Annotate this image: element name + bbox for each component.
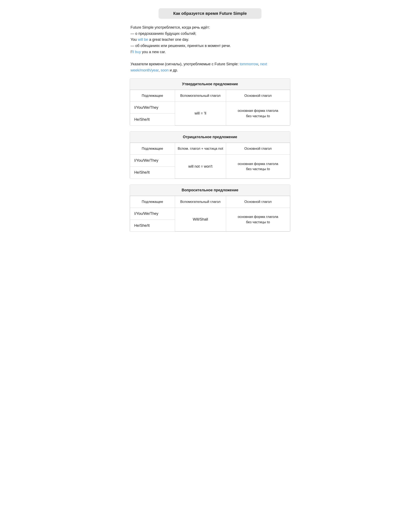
intro-line5-suffix: you a new car. xyxy=(141,50,166,54)
negative-col1: Подлежащее xyxy=(130,143,175,155)
page-title-box: Как образуется время Future Simple xyxy=(159,8,261,19)
intro-h5: soon xyxy=(161,68,169,72)
intro-line2: — о предсказаниях будущих событий; xyxy=(130,32,196,36)
negative-pronoun2: He/She/It xyxy=(130,167,175,178)
interrogative-row1: I/You/We/They Will/Shall основная форма … xyxy=(130,208,290,220)
affirmative-row1: I/You/We/They will = 'll основная форма … xyxy=(130,101,290,113)
affirmative-col1: Подлежащее xyxy=(130,90,175,101)
affirmative-main: основная форма глагола без частицы to xyxy=(226,101,290,125)
affirmative-col2: Вспомогательный глагол xyxy=(175,90,226,101)
interrogative-col1: Подлежащее xyxy=(130,196,175,208)
intro-line6-prefix: Указатели времени (сигналы), употребляем… xyxy=(130,62,240,66)
interrogative-main: основная форма глагола без частицы to xyxy=(226,208,290,231)
intro-line4: — об обещаниях или решениях, принятых в … xyxy=(130,44,231,48)
negative-section: Отрицательное предложение Подлежащее Всп… xyxy=(130,132,290,179)
negative-table: Подлежащее Вспом. глагол + частица not О… xyxy=(130,143,290,178)
negative-main: основная форма глагола без частицы to xyxy=(226,155,290,178)
affirmative-col3: Основной глагол xyxy=(226,90,290,101)
interrogative-section: Вопросительное предложение Подлежащее Вс… xyxy=(130,185,290,232)
intro-text: Future Simple употребляется, когда речь … xyxy=(130,24,290,74)
intro-line1: Future Simple употребляется, когда речь … xyxy=(130,25,210,29)
intro-suffix: и др. xyxy=(169,68,178,72)
negative-pronoun1: I/You/We/They xyxy=(130,155,175,167)
affirmative-pronoun1: I/You/We/They xyxy=(130,101,175,113)
negative-col3: Основной глагол xyxy=(226,143,290,155)
intro-h1: tommorrow xyxy=(240,62,258,66)
intro-line3-highlight: will be xyxy=(138,37,148,42)
interrogative-header: Вопросительное предложение xyxy=(130,185,290,196)
negative-header: Отрицательное предложение xyxy=(130,132,290,143)
affirmative-section: Утвердительное предложение Подлежащее Вс… xyxy=(130,78,290,126)
negative-aux: will not = won't xyxy=(175,155,226,178)
intro-h4: year xyxy=(151,68,159,72)
intro-line3-suffix: a great teacher one day. xyxy=(148,37,189,42)
page-title: Как образуется время Future Simple xyxy=(173,11,247,16)
intro-sep1: , xyxy=(258,62,260,66)
intro-line5-highlight: ll buy xyxy=(132,50,141,54)
interrogative-aux: Will/Shall xyxy=(175,208,226,231)
intro-line3-prefix: You xyxy=(130,37,138,42)
affirmative-header: Утвердительное предложение xyxy=(130,79,290,90)
interrogative-pronoun1: I/You/We/They xyxy=(130,208,175,220)
interrogative-col2: Вспомогательный глагол xyxy=(175,196,226,208)
interrogative-col3: Основной глагол xyxy=(226,196,290,208)
affirmative-aux: will = 'll xyxy=(175,101,226,125)
affirmative-table: Подлежащее Вспомогательный глагол Основн… xyxy=(130,90,290,126)
intro-sep4: , xyxy=(159,68,161,72)
negative-row1: I/You/We/They will not = won't основная … xyxy=(130,155,290,167)
interrogative-pronoun2: He/She/It xyxy=(130,220,175,231)
affirmative-pronoun2: He/She/It xyxy=(130,113,175,125)
intro-h3: month xyxy=(140,68,151,72)
negative-col2: Вспом. глагол + частица not xyxy=(175,143,226,155)
interrogative-table: Подлежащее Вспомогательный глагол Основн… xyxy=(130,196,290,232)
